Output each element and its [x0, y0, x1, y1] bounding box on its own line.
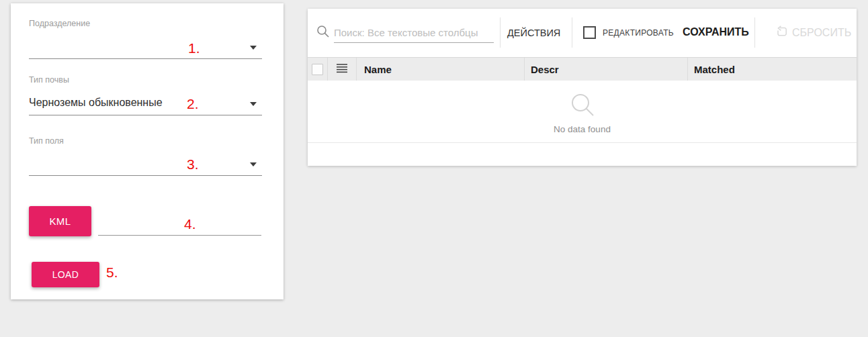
search-input[interactable] [334, 22, 494, 43]
chevron-down-icon [250, 46, 257, 50]
annotation-2: 2. [187, 97, 199, 111]
reset-button[interactable]: СБРОСИТЬ [776, 26, 851, 40]
report-panel: ДЕЙСТВИЯ РЕДАКТИРОВАТЬ СОХРАНИТЬ СБРОСИТ… [308, 9, 857, 166]
report-toolbar: ДЕЙСТВИЯ РЕДАКТИРОВАТЬ СОХРАНИТЬ СБРОСИТ… [308, 9, 857, 57]
table-header-row: Name Descr Matched [308, 57, 857, 81]
search-icon [316, 25, 329, 40]
toolbar-divider [500, 17, 501, 48]
annotation-3: 3. [187, 157, 199, 171]
empty-message: No data found [554, 124, 611, 134]
edit-label: РЕДАКТИРОВАТЬ [603, 28, 674, 38]
division-label: Подразделение [29, 19, 90, 28]
kml-button[interactable]: KML [29, 206, 91, 236]
division-select[interactable] [29, 34, 262, 59]
toolbar-divider [754, 17, 755, 48]
edit-toggle[interactable]: РЕДАКТИРОВАТЬ [583, 26, 674, 39]
save-button[interactable]: СОХРАНИТЬ [683, 26, 749, 38]
chevron-down-icon [250, 102, 257, 106]
filter-panel: Подразделение 1. Тип почвы Черноземы обы… [11, 3, 284, 299]
soil-type-select-value: Черноземы обыкновенные [29, 97, 163, 109]
header-cell-name[interactable]: Name [356, 58, 524, 81]
chevron-down-icon [250, 162, 257, 166]
load-button[interactable]: LOAD [32, 262, 99, 287]
soil-type-label: Тип почвы [29, 75, 69, 85]
annotation-1: 1. [188, 41, 200, 55]
header-cell-descr[interactable]: Descr [524, 58, 687, 81]
empty-search-icon [569, 91, 596, 121]
header-cell-matched[interactable]: Matched [687, 58, 857, 81]
field-type-select[interactable] [29, 150, 262, 176]
annotation-5: 5. [106, 265, 118, 279]
kml-file-input[interactable] [98, 213, 261, 236]
field-type-label: Тип поля [29, 136, 64, 146]
table-empty-state: No data found [308, 81, 857, 143]
toolbar-divider [572, 17, 572, 48]
menu-icon [337, 64, 347, 75]
reset-icon [776, 26, 788, 40]
select-all-checkbox[interactable] [312, 64, 323, 75]
soil-type-select[interactable]: Черноземы обыкновенные [29, 90, 262, 115]
header-cell-select [308, 58, 327, 81]
actions-button[interactable]: ДЕЙСТВИЯ [507, 28, 560, 38]
header-cell-menu[interactable] [327, 58, 356, 81]
edit-checkbox[interactable] [583, 26, 596, 39]
annotation-4: 4. [184, 217, 196, 231]
reset-label: СБРОСИТЬ [792, 27, 851, 39]
page: Подразделение 1. Тип почвы Черноземы обы… [0, 0, 868, 337]
